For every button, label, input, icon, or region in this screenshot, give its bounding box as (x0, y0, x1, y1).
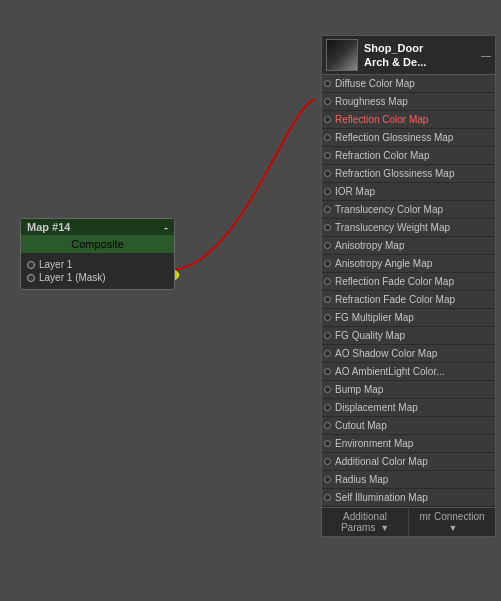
slot-label: IOR Map (335, 186, 375, 197)
slot-row[interactable]: Radius Map (322, 471, 495, 489)
slot-dot (324, 494, 331, 501)
slot-dot (324, 206, 331, 213)
slot-row[interactable]: Cutout Map (322, 417, 495, 435)
composite-node-header: Map #14 - (21, 219, 174, 235)
slot-label: Translucency Color Map (335, 204, 443, 215)
slot-label: Refraction Fade Color Map (335, 294, 455, 305)
composite-node: Map #14 - Composite Layer 1 Layer 1 (Mas… (20, 218, 175, 290)
slot-label: Reflection Fade Color Map (335, 276, 454, 287)
slot-label: Bump Map (335, 384, 383, 395)
slot-label: FG Multiplier Map (335, 312, 414, 323)
slot-dot (324, 152, 331, 159)
slot-row[interactable]: Reflection Fade Color Map (322, 273, 495, 291)
slot-row[interactable]: Environment Map (322, 435, 495, 453)
slot-row[interactable]: Anisotropy Map (322, 237, 495, 255)
slot-row[interactable]: FG Multiplier Map (322, 309, 495, 327)
slot-label: Roughness Map (335, 96, 408, 107)
slot-label: Reflection Color Map (335, 114, 428, 125)
slot-dot (324, 422, 331, 429)
slot-label: Anisotropy Angle Map (335, 258, 432, 269)
slot-row[interactable]: AO Shadow Color Map (322, 345, 495, 363)
slot-row[interactable]: Refraction Color Map (322, 147, 495, 165)
slot-dot (324, 278, 331, 285)
slot-label: Self Illumination Map (335, 492, 428, 503)
slot-label: Radius Map (335, 474, 388, 485)
composite-node-title-text: Map #14 (27, 221, 70, 233)
slot-dot (324, 80, 331, 87)
additional-params-arrow: ▼ (380, 523, 389, 533)
canvas-background: Map #14 - Composite Layer 1 Layer 1 (Mas… (0, 0, 501, 601)
layer1mask-port-dot[interactable] (27, 274, 35, 282)
slot-label: FG Quality Map (335, 330, 405, 341)
node-slots-list: Diffuse Color MapRoughness MapReflection… (322, 75, 495, 507)
slot-dot (324, 350, 331, 357)
layer1-label: Layer 1 (39, 259, 72, 270)
slot-label: Diffuse Color Map (335, 78, 415, 89)
main-node-header: Shop_Door Arch & De... — (322, 36, 495, 75)
slot-row[interactable]: Self Illumination Map (322, 489, 495, 507)
slot-dot (324, 242, 331, 249)
mr-connection-arrow: ▼ (449, 523, 458, 533)
slot-row[interactable]: Translucency Color Map (322, 201, 495, 219)
slot-row[interactable]: Refraction Glossiness Map (322, 165, 495, 183)
slot-row[interactable]: Translucency Weight Map (322, 219, 495, 237)
slot-row[interactable]: Reflection Glossiness Map (322, 129, 495, 147)
slot-row[interactable]: IOR Map (322, 183, 495, 201)
slot-label: Anisotropy Map (335, 240, 404, 251)
slot-label: Environment Map (335, 438, 413, 449)
composite-port-layer1mask: Layer 1 (Mask) (27, 272, 168, 283)
slot-row[interactable]: Roughness Map (322, 93, 495, 111)
header-title-block: Shop_Door Arch & De... (364, 41, 426, 70)
slot-label: Refraction Glossiness Map (335, 168, 455, 179)
slot-row[interactable]: FG Quality Map (322, 327, 495, 345)
slot-dot (324, 476, 331, 483)
composite-node-body: Layer 1 Layer 1 (Mask) (21, 253, 174, 289)
slot-dot (324, 260, 331, 267)
slot-dot (324, 134, 331, 141)
layer1mask-label: Layer 1 (Mask) (39, 272, 106, 283)
composite-port-layer1: Layer 1 (27, 259, 168, 270)
mr-connection-tab[interactable]: mr Connection ▼ (409, 508, 495, 536)
slot-row[interactable]: AO AmbientLight Color... (322, 363, 495, 381)
slot-row[interactable]: Reflection Color Map (322, 111, 495, 129)
main-node-panel: Shop_Door Arch & De... — Diffuse Color M… (321, 35, 496, 537)
slot-dot (324, 314, 331, 321)
slot-row[interactable]: Additional Color Map (322, 453, 495, 471)
slot-row[interactable]: Anisotropy Angle Map (322, 255, 495, 273)
slot-dot (324, 458, 331, 465)
slot-label: Additional Color Map (335, 456, 428, 467)
header-close-button[interactable]: — (481, 50, 491, 61)
slot-dot (324, 224, 331, 231)
mr-connection-label: mr Connection (419, 511, 484, 522)
header-thumbnail (326, 39, 358, 71)
slot-label: Reflection Glossiness Map (335, 132, 453, 143)
slot-dot (324, 170, 331, 177)
composite-node-minimize[interactable]: - (164, 221, 168, 233)
slot-dot (324, 386, 331, 393)
slot-dot (324, 404, 331, 411)
slot-label: AO AmbientLight Color... (335, 366, 445, 377)
slot-dot (324, 440, 331, 447)
slot-label: Displacement Map (335, 402, 418, 413)
slot-dot (324, 332, 331, 339)
additional-params-tab[interactable]: Additional Params ▼ (322, 508, 409, 536)
slot-dot (324, 116, 331, 123)
slot-label: Cutout Map (335, 420, 387, 431)
slot-label: Refraction Color Map (335, 150, 429, 161)
layer1-port-dot[interactable] (27, 261, 35, 269)
slot-dot (324, 296, 331, 303)
slot-dot (324, 368, 331, 375)
slot-row[interactable]: Bump Map (322, 381, 495, 399)
slot-row[interactable]: Refraction Fade Color Map (322, 291, 495, 309)
slot-row[interactable]: Diffuse Color Map (322, 75, 495, 93)
slot-dot (324, 188, 331, 195)
slot-label: Translucency Weight Map (335, 222, 450, 233)
slot-label: AO Shadow Color Map (335, 348, 437, 359)
bottom-tabs: Additional Params ▼ mr Connection ▼ (322, 507, 495, 536)
slot-dot (324, 98, 331, 105)
composite-node-subtitle: Composite (71, 238, 124, 250)
composite-node-title-area: Composite (21, 235, 174, 253)
header-subtitle: Arch & De... (364, 55, 426, 69)
header-title: Shop_Door (364, 41, 426, 55)
slot-row[interactable]: Displacement Map (322, 399, 495, 417)
